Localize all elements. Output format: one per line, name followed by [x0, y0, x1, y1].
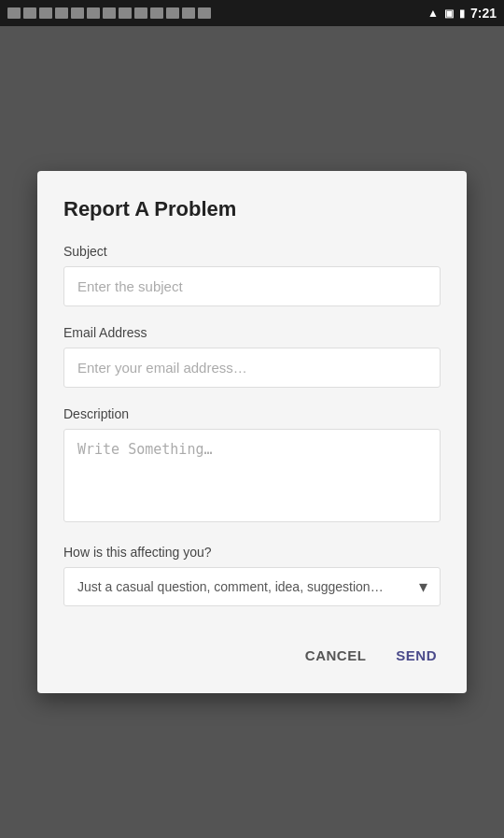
app-icon-1 — [7, 7, 21, 19]
app-icon-2 — [23, 7, 36, 19]
email-input[interactable] — [63, 348, 441, 388]
app-icon-13 — [198, 7, 211, 19]
status-time: 7:21 — [470, 6, 497, 21]
app-icon-9 — [134, 7, 147, 19]
app-icon-12 — [182, 7, 195, 19]
description-input[interactable] — [63, 429, 441, 522]
app-icon-11 — [166, 7, 179, 19]
status-bar: ▲ ▣ ▮ 7:21 — [0, 0, 504, 26]
dialog-actions: CANCEL SEND — [63, 636, 441, 671]
description-label: Description — [63, 406, 441, 421]
battery-icon: ▮ — [459, 7, 465, 20]
cancel-button[interactable]: CANCEL — [301, 640, 371, 671]
dialog-title: Report A Problem — [63, 197, 441, 221]
status-bar-apps — [7, 7, 211, 19]
subject-label: Subject — [63, 244, 441, 259]
app-icon-7 — [103, 7, 116, 19]
email-label: Email Address — [63, 325, 441, 340]
affect-label: How is this affecting you? — [63, 545, 441, 560]
report-problem-dialog: Report A Problem Subject Email Address D… — [37, 171, 467, 693]
subject-input[interactable] — [63, 266, 441, 306]
affect-dropdown-wrapper: Just a casual question, comment, idea, s… — [63, 567, 441, 606]
signal-icon: ▣ — [444, 7, 454, 20]
dialog-overlay: Report A Problem Subject Email Address D… — [0, 26, 504, 838]
app-icon-5 — [71, 7, 84, 19]
send-button[interactable]: SEND — [392, 640, 441, 671]
app-icon-10 — [150, 7, 163, 19]
status-bar-left — [7, 7, 211, 19]
app-icon-8 — [119, 7, 132, 19]
app-icon-3 — [39, 7, 52, 19]
wifi-icon: ▲ — [427, 7, 439, 20]
app-icon-4 — [55, 7, 68, 19]
affect-select[interactable]: Just a casual question, comment, idea, s… — [63, 567, 441, 606]
app-icon-6 — [87, 7, 100, 19]
status-bar-right: ▲ ▣ ▮ 7:21 — [427, 6, 497, 21]
